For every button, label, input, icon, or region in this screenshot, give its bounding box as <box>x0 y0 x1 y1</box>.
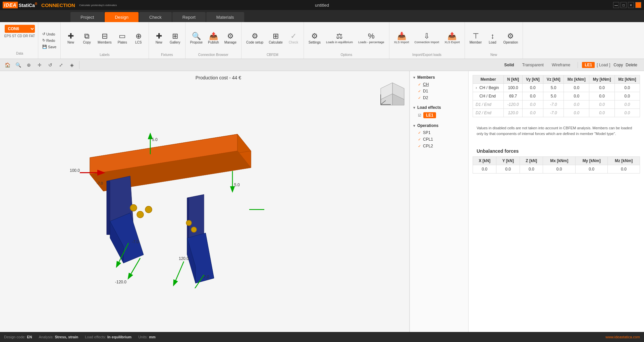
members-btn[interactable]: ⊟ Members <box>96 31 114 46</box>
tree-op-cpl2[interactable]: ✓ CPL2 <box>410 143 468 149</box>
le-delete-btn[interactable]: Delete <box>626 63 637 67</box>
cube-nav[interactable] <box>379 81 402 105</box>
tree-op-sp1[interactable]: ✓ SP1 <box>410 129 468 136</box>
connection-import-btn[interactable]: ⇩ Connection Import <box>413 31 441 45</box>
load-btn[interactable]: ↕ Load <box>485 31 500 46</box>
cell-mz-0[interactable]: 0.0 <box>614 84 640 92</box>
cell-mx-2[interactable]: 0.0 <box>564 100 589 109</box>
cell-n-0[interactable]: 100.0 <box>504 84 523 92</box>
cell-my-2[interactable]: 0.0 <box>589 100 615 109</box>
table-row[interactable]: D1 / End -120.0 0.0 -7.0 0.0 0.0 0.0 <box>473 100 640 109</box>
table-row[interactable]: › CH / Begin 100.0 0.0 5.0 0.0 0.0 0.0 <box>473 84 640 92</box>
lcs-btn[interactable]: ⊕ LCS <box>131 31 146 46</box>
loads-equilibrium-btn[interactable]: ⚖ Loads in equilibrium <box>324 31 355 45</box>
cell-mz-2[interactable]: 0.0 <box>614 100 640 109</box>
website-link[interactable]: www.ideastatica.com <box>605 335 640 339</box>
cell-my-0[interactable]: 0.0 <box>589 84 615 92</box>
member-btn[interactable]: ⊤ Member <box>468 31 484 46</box>
fixture-new-btn[interactable]: ✚ New <box>152 31 166 46</box>
cell-vy-0[interactable]: 0.0 <box>523 84 543 92</box>
tab-materials[interactable]: Materials <box>206 12 244 22</box>
copy-btn[interactable]: ⧉ Copy <box>79 31 94 46</box>
tree-operations-header[interactable]: ▼ Operations <box>410 122 468 129</box>
xls-export-btn[interactable]: 📤 XLS Export <box>442 31 462 45</box>
operation-btn[interactable]: ⚙ Operation <box>501 31 520 46</box>
tree-member-d2[interactable]: ✓ D2 <box>410 94 468 101</box>
data-section-label: Data <box>16 52 23 56</box>
tree-member-ch[interactable]: ✓ CH <box>410 81 468 88</box>
cell-n-3[interactable]: 120.0 <box>504 109 523 117</box>
le-copy-btn[interactable]: Copy <box>613 63 623 67</box>
fit-view-btn[interactable]: ⤢ <box>56 60 66 70</box>
connection-dropdown[interactable]: CON6 <box>5 25 35 33</box>
tab-check[interactable]: Check <box>139 12 172 22</box>
tree-load-effects-header[interactable]: ▼ Load effects <box>410 104 468 111</box>
tree-op-cpl1[interactable]: ✓ CPL1 <box>410 136 468 143</box>
xls-import-btn[interactable]: 📥 XLS Import <box>392 31 411 45</box>
solid-mode-btn[interactable]: Solid <box>501 62 517 68</box>
tab-project[interactable]: Project <box>70 12 104 22</box>
cell-vy-1[interactable]: 0.0 <box>523 92 543 100</box>
propose-btn[interactable]: 🔍 Propose <box>188 31 205 46</box>
transparent-mode-btn[interactable]: Transparent <box>519 62 547 68</box>
calculate-btn[interactable]: ⊞ Calculate <box>267 31 285 46</box>
undo-btn[interactable]: ↺ Undo <box>41 31 58 37</box>
tag-dr[interactable]: DR <box>23 34 28 38</box>
plates-btn[interactable]: ▭ Plates <box>115 31 130 46</box>
orange-btn[interactable] <box>635 2 641 8</box>
tag-fat[interactable]: FAT <box>29 34 35 38</box>
tag-cd[interactable]: CD <box>17 34 22 38</box>
search-view-btn[interactable]: 🔍 <box>13 60 23 70</box>
settings-btn[interactable]: ⚙ Settings <box>307 31 323 46</box>
table-row[interactable]: › CH / End 69.7 0.0 5.0 0.0 0.0 0.0 <box>473 92 640 100</box>
tree-member-d1[interactable]: ✓ D1 <box>410 88 468 94</box>
svg-point-14 <box>130 204 137 211</box>
minimize-btn[interactable]: — <box>613 2 619 8</box>
cell-vz-2[interactable]: -7.0 <box>543 100 564 109</box>
op-sp1-label: SP1 <box>423 130 431 135</box>
check-btn[interactable]: ✓ Check <box>286 31 301 46</box>
table-row[interactable]: D2 / End 120.0 0.0 -7.0 0.0 0.0 0.0 <box>473 109 640 117</box>
redo-btn[interactable]: ↻ Redo <box>41 38 58 43</box>
tag-st[interactable]: ST <box>12 34 16 38</box>
cell-mz-3[interactable]: 0.0 <box>614 109 640 117</box>
op-cpl1-check-icon: ✓ <box>418 137 421 142</box>
home-view-btn[interactable]: 🏠 <box>3 60 12 70</box>
maximize-btn[interactable]: □ <box>621 2 627 8</box>
zoom-view-btn[interactable]: ⊕ <box>24 60 34 70</box>
code-setup-btn[interactable]: ⚙ Code setup <box>244 31 265 46</box>
cell-n-1[interactable]: 69.7 <box>504 92 523 100</box>
cell-vy-2[interactable]: 0.0 <box>523 100 543 109</box>
manage-btn[interactable]: ⚙ Manage <box>222 31 238 46</box>
cell-my-1[interactable]: 0.0 <box>589 92 615 100</box>
close-btn[interactable]: × <box>628 2 634 8</box>
cell-my-3[interactable]: 0.0 <box>589 109 615 117</box>
tree-members-header[interactable]: ▼ Members <box>410 74 468 81</box>
rotate-view-btn[interactable]: ↺ <box>46 60 55 70</box>
cell-n-2[interactable]: -120.0 <box>504 100 523 109</box>
cell-vy-3[interactable]: 0.0 <box>523 109 543 117</box>
expand-icon[interactable]: › <box>476 85 477 90</box>
cell-vz-3[interactable]: -7.0 <box>543 109 564 117</box>
move-view-btn[interactable]: ✛ <box>35 60 44 70</box>
viewport[interactable]: Production cost - 44 € <box>0 71 409 332</box>
loads-percentage-btn[interactable]: % Loads - percentage <box>356 31 386 45</box>
cell-mz-1[interactable]: 0.0 <box>614 92 640 100</box>
layers-view-btn[interactable]: ◈ <box>67 60 76 70</box>
save-btn[interactable]: 💾 Save <box>41 44 58 50</box>
wireframe-mode-btn[interactable]: Wireframe <box>548 62 574 68</box>
publish-btn[interactable]: 📤 Publish <box>206 31 221 46</box>
tag-eps[interactable]: EPS <box>4 34 11 38</box>
gallery-btn[interactable]: ⊞ Gallery <box>168 31 182 46</box>
cell-mx-0[interactable]: 0.0 <box>564 84 589 92</box>
tab-design[interactable]: Design <box>105 12 138 22</box>
cell-vz-1[interactable]: 5.0 <box>543 92 564 100</box>
cell-vz-0[interactable]: 5.0 <box>543 84 564 92</box>
cell-mx-3[interactable]: 0.0 <box>564 109 589 117</box>
options-section-label: Options <box>340 53 352 57</box>
col-n: N [kN] <box>504 75 523 84</box>
new-btn[interactable]: ✚ New <box>63 31 78 46</box>
cell-mx-1[interactable]: 0.0 <box>564 92 589 100</box>
tree-le1[interactable]: ☑ LE1 <box>410 111 468 119</box>
tab-report[interactable]: Report <box>172 12 206 22</box>
